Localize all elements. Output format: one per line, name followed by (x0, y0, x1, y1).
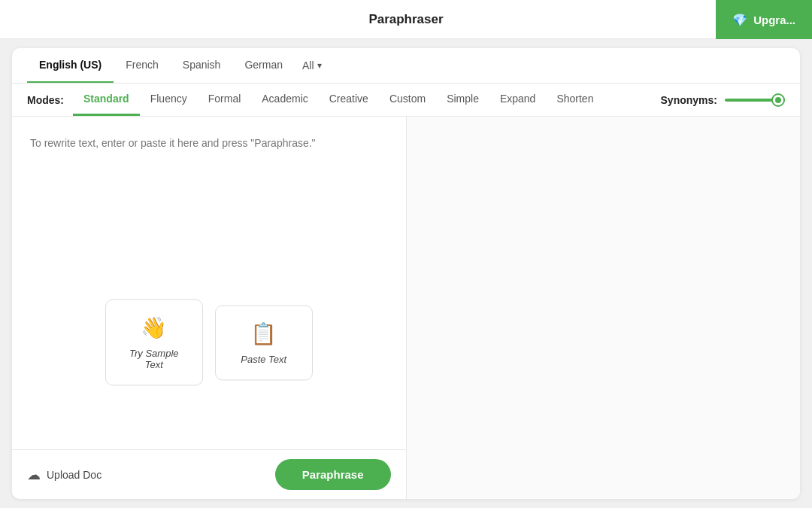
page-title: Paraphraser (368, 12, 443, 27)
slider-thumb-inner (775, 97, 781, 103)
paraphrase-button[interactable]: Paraphrase (275, 459, 391, 490)
center-action-buttons: 👋 Try Sample Text 📋 Paste Text (105, 300, 313, 386)
paste-text-label: Paste Text (241, 353, 286, 364)
mode-tab-academic[interactable]: Academic (251, 84, 318, 116)
topbar: Paraphraser 💎 Upgra... (0, 0, 812, 39)
slider-thumb[interactable] (771, 93, 785, 107)
mode-tab-fluency[interactable]: Fluency (140, 84, 198, 116)
modes-label: Modes: (27, 94, 64, 106)
mode-tab-shorten[interactable]: Shorten (546, 84, 604, 116)
lang-tab-spanish[interactable]: Spanish (171, 48, 233, 83)
paste-text-card[interactable]: 📋 Paste Text (215, 305, 313, 380)
modes-bar: Modes: Standard Fluency Formal Academic … (12, 84, 800, 117)
lang-tab-german[interactable]: German (232, 48, 295, 83)
upgrade-button[interactable]: 💎 Upgra... (716, 0, 812, 39)
content-area: 👋 Try Sample Text 📋 Paste Text ☁ Upload … (12, 117, 800, 499)
mode-tab-creative[interactable]: Creative (319, 84, 379, 116)
lang-all-dropdown[interactable]: All ▾ (295, 49, 329, 82)
mode-tab-standard[interactable]: Standard (73, 84, 140, 116)
wave-icon: 👋 (141, 315, 167, 340)
chevron-down-icon: ▾ (317, 60, 322, 71)
try-sample-card[interactable]: 👋 Try Sample Text (105, 300, 203, 386)
right-panel (407, 117, 801, 499)
synonyms-label: Synonyms: (661, 94, 717, 106)
upload-doc-label: Upload Doc (47, 469, 102, 481)
main-container: English (US) French Spanish German All ▾… (12, 48, 800, 499)
lang-tab-english-us[interactable]: English (US) (27, 48, 114, 83)
left-panel: 👋 Try Sample Text 📋 Paste Text ☁ Upload … (12, 117, 407, 499)
synonyms-slider[interactable] (725, 99, 785, 102)
input-textarea[interactable] (12, 117, 406, 449)
diamond-icon: 💎 (732, 13, 747, 27)
language-tabs: English (US) French Spanish German All ▾ (12, 48, 800, 84)
mode-tab-formal[interactable]: Formal (198, 84, 252, 116)
lang-tab-french[interactable]: French (114, 48, 171, 83)
mode-tab-expand[interactable]: Expand (489, 84, 546, 116)
clipboard-icon: 📋 (250, 321, 277, 345)
bottom-bar: ☁ Upload Doc Paraphrase (12, 449, 406, 499)
synonyms-section: Synonyms: (661, 94, 785, 106)
try-sample-label: Try Sample Text (124, 348, 184, 370)
mode-tab-custom[interactable]: Custom (379, 84, 436, 116)
mode-tab-simple[interactable]: Simple (436, 84, 489, 116)
upload-icon: ☁ (27, 467, 41, 483)
upload-doc-button[interactable]: ☁ Upload Doc (27, 467, 102, 483)
